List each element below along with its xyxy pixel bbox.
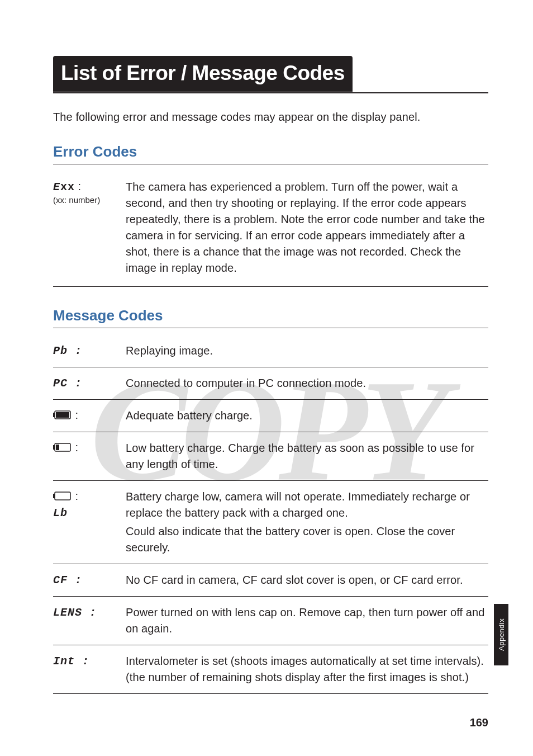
error-code-sub: (xx: number) [53,195,121,206]
message-desc: Intervalometer is set (shoots images aut… [126,653,488,686]
section-rule [53,328,488,328]
table-row: : Low battery charge. Charge the battery… [53,432,488,481]
message-code-cell: : Lb [53,489,126,556]
colon: : [72,490,78,502]
section-rule [53,164,488,164]
message-code-cell: : [53,440,126,472]
table-row: Pb : Replaying image. [53,335,488,367]
seg-code: Int : [53,655,89,668]
svg-rect-4 [53,445,55,450]
seg-code-lb: Lb [53,505,121,521]
colon: : [72,441,78,453]
error-desc: The camera has experienced a problem. Tu… [126,179,488,276]
colon: : [75,180,81,192]
message-desc: Replaying image. [126,343,488,359]
page-number: 169 [470,716,488,729]
message-code-cell: PC : [53,375,126,391]
table-row: : Adequate battery charge. [53,400,488,432]
seg-code: CF : [53,574,82,587]
svg-rect-6 [55,492,70,500]
page-title-wrap: List of Error / Message Codes [53,56,488,93]
message-desc-line2: Could also indicate that the battery cov… [126,523,488,556]
message-desc: Adequate battery charge. [126,408,488,424]
message-code-cell: LENS : [53,604,126,637]
page-container: List of Error / Message Codes The follow… [0,0,533,756]
seg-code: PC : [53,377,82,390]
message-code-cell: Pb : [53,343,126,359]
svg-rect-5 [56,445,59,450]
battery-low-icon [53,441,72,456]
message-desc-line1: Battery charge low, camera will not oper… [126,490,470,519]
message-desc: Connected to computer in PC connection m… [126,375,488,391]
battery-full-icon [53,408,72,423]
section-heading-error: Error Codes [53,143,488,160]
message-code-cell: CF : [53,572,126,588]
svg-rect-2 [56,412,69,418]
section-heading-message: Message Codes [53,307,488,324]
table-row: Int : Intervalometer is set (shoots imag… [53,645,488,694]
page-title: List of Error / Message Codes [53,56,353,92]
intro-text: The following error and message codes ma… [53,109,488,125]
seg-code: LENS : [53,606,97,619]
title-rule [53,92,488,93]
error-code: Exx [53,181,75,193]
message-code-cell: Int : [53,653,126,686]
svg-rect-1 [53,413,55,417]
table-row: : Lb Battery charge low, camera will not… [53,481,488,564]
table-row: LENS : Power turned on with lens cap on.… [53,597,488,645]
spacer [53,287,488,307]
svg-rect-7 [53,494,55,498]
error-code-cell: Exx : (xx: number) [53,179,126,276]
table-row: PC : Connected to computer in PC connect… [53,367,488,400]
message-desc: Power turned on with lens cap on. Remove… [126,604,488,637]
message-desc: No CF card in camera, CF card slot cover… [126,572,488,588]
table-row: CF : No CF card in camera, CF card slot … [53,564,488,597]
colon: : [72,409,78,421]
battery-empty-icon [53,489,72,504]
message-desc: Battery charge low, camera will not oper… [126,489,488,556]
message-desc: Low battery charge. Charge the battery a… [126,440,488,472]
message-code-cell: : [53,408,126,424]
seg-code: Pb : [53,344,82,357]
side-tab: Appendix [494,604,508,665]
table-row: Exx : (xx: number) The camera has experi… [53,171,488,287]
